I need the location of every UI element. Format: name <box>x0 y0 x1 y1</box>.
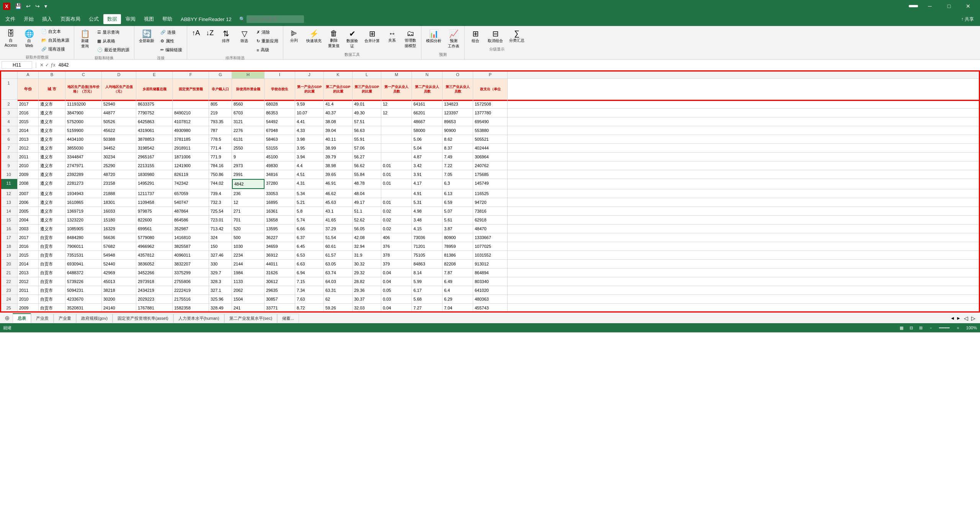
cell-k13[interactable]: 45.63 <box>324 198 353 207</box>
cell-l3[interactable]: 49.30 <box>353 109 381 117</box>
cell-h7[interactable]: 2550 <box>232 144 265 152</box>
remove-duplicates-button[interactable]: 🗑 删除重复值 <box>325 28 342 50</box>
cell-c16[interactable]: 1085905 <box>65 225 102 233</box>
cell-d6[interactable]: 50388 <box>102 135 136 143</box>
cell-h19[interactable]: 2234 <box>232 251 265 259</box>
row-number-16[interactable]: 16 <box>0 225 18 233</box>
menu-abbyy[interactable]: ABBYY FineReader 12 <box>177 15 235 24</box>
row-number-22[interactable]: 22 <box>0 277 18 286</box>
cell-c15[interactable]: 1323220 <box>65 216 102 224</box>
header-cell-h1[interactable]: 际使用外资金额 <box>232 79 265 99</box>
cell-b20[interactable]: 自贡市 <box>39 260 65 268</box>
cell-m10[interactable]: 0.01 <box>381 170 412 179</box>
cell-i21[interactable]: 31626 <box>265 269 295 277</box>
col-header-d[interactable]: D <box>102 70 136 78</box>
cell-o12[interactable]: 6.13 <box>443 189 473 198</box>
cell-n6[interactable]: 5.06 <box>412 135 443 143</box>
cell-n21[interactable]: 8.14 <box>412 269 443 277</box>
cell-l18[interactable]: 32.94 <box>353 242 381 251</box>
cell-h12[interactable]: 236 <box>232 189 265 198</box>
cell-a5[interactable]: 2014 <box>18 126 39 135</box>
cell-c24[interactable]: 4233670 <box>65 295 102 303</box>
cell-m23[interactable]: 0.05 <box>381 286 412 295</box>
cell-k25[interactable]: 59.26 <box>324 304 353 312</box>
cell-a13[interactable]: 2006 <box>18 198 39 207</box>
cell-i5[interactable]: 67048 <box>265 126 295 135</box>
cell-m16[interactable]: 0.02 <box>381 225 412 233</box>
header-cell-g1[interactable]: 非户籍人口 <box>209 79 232 99</box>
cell-c3[interactable]: 3847900 <box>65 109 102 117</box>
menu-file[interactable]: 文件 <box>2 14 19 24</box>
cell-e25[interactable]: 1767881 <box>136 304 173 312</box>
scroll-tabs-right-icon[interactable]: ► <box>956 316 961 321</box>
cell-n8[interactable]: 4.87 <box>412 153 443 161</box>
cell-n16[interactable]: 4.15 <box>412 225 443 233</box>
cell-e19[interactable]: 4357812 <box>136 251 173 259</box>
cell-o23[interactable]: 6.4 <box>443 286 473 295</box>
cell-c20[interactable]: 6930941 <box>65 260 102 268</box>
cell-k20[interactable]: 63.05 <box>324 260 353 268</box>
cell-d12[interactable]: 21888 <box>102 189 136 198</box>
col-header-o[interactable]: O <box>443 70 473 78</box>
cell-n2[interactable]: 64161 <box>412 100 443 108</box>
cell-p21[interactable]: 864894 <box>473 269 508 277</box>
cell-j19[interactable]: 6.53 <box>295 251 324 259</box>
cell-k2[interactable]: 41.4 <box>324 100 353 108</box>
cell-e12[interactable]: 1211737 <box>136 189 173 198</box>
cell-p6[interactable]: 505521 <box>473 135 508 143</box>
cell-h22[interactable]: 1133 <box>232 277 265 286</box>
cell-i9[interactable]: 49830 <box>265 161 295 170</box>
cell-e2[interactable]: 8633375 <box>136 100 173 108</box>
confirm-formula-icon[interactable]: ✓ <box>45 62 49 68</box>
cell-k23[interactable]: 63.31 <box>324 286 353 295</box>
col-header-g[interactable]: G <box>209 70 232 78</box>
cell-h23[interactable]: 2062 <box>232 286 265 295</box>
cell-l23[interactable]: 29.36 <box>353 286 381 295</box>
cell-l12[interactable]: 48.04 <box>353 189 381 198</box>
cell-l22[interactable]: 28.82 <box>353 277 381 286</box>
header-cell-m1[interactable]: 第一产业从业人员数 <box>381 79 412 99</box>
cell-d25[interactable]: 24140 <box>102 304 136 312</box>
cell-n4[interactable]: 48667 <box>412 117 443 126</box>
cell-k16[interactable]: 37.29 <box>324 225 353 233</box>
cell-h24[interactable]: 1504 <box>232 295 265 303</box>
cell-l11[interactable]: 48.78 <box>353 179 381 189</box>
cell-p8[interactable]: 306964 <box>473 153 508 161</box>
cell-o15[interactable]: 5.61 <box>443 216 473 224</box>
menu-home[interactable]: 开始 <box>20 14 38 24</box>
close-button[interactable]: ✕ <box>959 0 977 12</box>
cell-e20[interactable]: 3836052 <box>136 260 173 268</box>
formula-input[interactable] <box>57 62 978 68</box>
cell-m18[interactable]: 376 <box>381 242 412 251</box>
cell-c25[interactable]: 3520831 <box>65 304 102 312</box>
cell-l20[interactable]: 30.32 <box>353 260 381 268</box>
row-number-15[interactable]: 15 <box>0 216 18 224</box>
cell-e18[interactable]: 4966962 <box>136 242 173 251</box>
cell-d4[interactable]: 50526 <box>102 117 136 126</box>
cell-p3[interactable]: 1377780 <box>473 109 508 117</box>
cell-k12[interactable]: 46.62 <box>324 189 353 198</box>
cell-k15[interactable]: 41.65 <box>324 216 353 224</box>
cell-f7[interactable]: 2918911 <box>173 144 209 152</box>
row-number-1[interactable]: 1 <box>0 79 18 99</box>
cell-m15[interactable]: 0.02 <box>381 216 412 224</box>
flash-fill-button[interactable]: ⚡ 快速填充 <box>304 28 324 45</box>
col-header-j[interactable]: J <box>295 70 324 78</box>
cell-a20[interactable]: 2014 <box>18 260 39 268</box>
cell-n5[interactable]: 58000 <box>412 126 443 135</box>
cell-p2[interactable]: 1572508 <box>473 100 508 108</box>
cell-j7[interactable]: 3.95 <box>295 144 324 152</box>
split-button[interactable]: ⫸ 分列 <box>286 28 302 45</box>
cell-o10[interactable]: 7.05 <box>443 170 473 179</box>
cell-n24[interactable]: 5.68 <box>412 295 443 303</box>
cell-m13[interactable]: 0.01 <box>381 198 412 207</box>
cell-l4[interactable]: 57.51 <box>353 117 381 126</box>
cell-g22[interactable]: 328.3 <box>209 277 232 286</box>
row-number-25[interactable]: 25 <box>0 304 18 312</box>
cell-m21[interactable]: 0.04 <box>381 269 412 277</box>
cell-g20[interactable]: 330 <box>209 260 232 268</box>
cell-o8[interactable]: 7.49 <box>443 153 473 161</box>
cell-i24[interactable]: 30857 <box>265 295 295 303</box>
cell-b22[interactable]: 自贡市 <box>39 277 65 286</box>
recent-sources-button[interactable]: 🕐最近使用的源 <box>95 46 132 54</box>
